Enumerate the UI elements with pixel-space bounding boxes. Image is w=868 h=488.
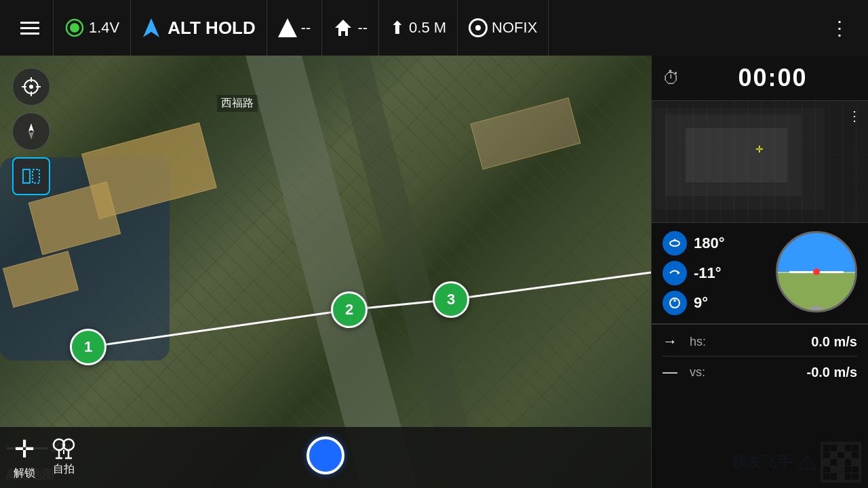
hs-row: → hs: 0.0 m/s [663,333,857,357]
top-bar: 1.4V ALT HOLD -- -- ⬆ 0.5 M NOFIX ⋮ [0,0,868,56]
upload-icon: ⬆ [390,18,405,39]
left-controls [12,68,50,195]
map-background: 西福路 1 2 3 [0,56,651,488]
svg-point-8 [29,85,33,89]
home-indicator: -- [322,0,379,56]
svg-rect-15 [23,169,30,183]
horizon-inner [778,233,855,310]
unlock-label: 解锁 [14,466,35,481]
flight-mode-label: ALT HOLD [167,18,256,39]
selfie-button[interactable]: 自拍 [49,435,79,481]
roll-icon [663,231,687,256]
signal-value: -- [301,19,311,37]
svg-rect-16 [33,169,39,183]
waypoint-3[interactable]: 3 [433,281,469,318]
unlock-button[interactable]: ✛ 解锁 [14,435,35,481]
location-button[interactable] [12,68,50,106]
roll-row: 180° [663,231,768,256]
yaw-value: 9° [694,294,741,312]
horizon-pointer [810,306,823,312]
waypoint-2[interactable]: 2 [331,291,368,328]
attitude-values: 180° -11° 9° [663,231,768,315]
selfie-icon [49,435,79,460]
gps-indicator: NOFIX [458,0,549,56]
svg-marker-2 [143,18,159,37]
waypoint-1[interactable]: 1 [70,329,106,365]
vs-value: -0.0 m/s [807,365,857,380]
attitude-section: 180° -11° 9° [652,223,868,324]
right-panel: ⏱ 00:00 ✛ ⋮ 180° [651,56,868,488]
pitch-value: -11° [694,264,741,282]
hamburger-icon [20,22,39,35]
hs-value: 0.0 m/s [811,334,857,350]
yaw-row: 9° [663,291,768,315]
bottom-controls: ✛ 解锁 自拍 [0,427,651,488]
signal-indicator: -- [267,0,323,56]
altitude-indicator: ⬆ 0.5 M [379,0,458,56]
timer-display: 00:00 [688,64,857,92]
waypoint-1-label: 1 [84,338,92,356]
more-icon: ⋮ [830,17,850,39]
home-icon [333,18,353,38]
center-button[interactable] [307,436,344,474]
yaw-icon [663,291,687,315]
roll-value: 180° [694,235,741,252]
battery-icon [64,18,85,38]
menu-button[interactable] [7,0,54,56]
map-view[interactable]: 西福路 1 2 3 10m 高德地图 [0,56,651,488]
timer-section: ⏱ 00:00 [652,56,868,101]
home-value: -- [357,19,368,37]
action-buttons: ✛ 解锁 自拍 [14,435,79,481]
video-crosshair: ✛ [755,144,764,155]
pitch-row: -11° [663,261,768,285]
split-icon [22,167,41,186]
unlock-icon: ✛ [14,435,35,464]
svg-point-24 [670,241,679,246]
voltage-indicator: 1.4V [54,0,131,56]
svg-marker-25 [673,239,677,241]
waypoint-2-label: 2 [345,301,353,319]
selfie-label: 自拍 [53,462,75,476]
compass-icon [22,122,41,141]
altitude-value: 0.5 M [409,19,446,37]
gps-status: NOFIX [492,19,537,37]
gps-icon [469,18,488,37]
arrow-up-icon [142,17,161,39]
svg-marker-14 [28,131,34,140]
clock-icon: ⏱ [663,68,680,89]
hs-label: hs: [690,335,706,349]
svg-marker-3 [335,20,351,36]
speed-section: → hs: 0.0 m/s — vs: -0.0 m/s [652,325,868,389]
vs-row: — vs: -0.0 m/s [663,363,857,381]
horizon-plane [789,271,844,273]
video-feed[interactable]: ✛ ⋮ [652,101,868,223]
svg-marker-13 [28,123,34,131]
svg-point-1 [70,23,79,33]
more-button[interactable]: ⋮ [819,0,861,56]
waypoint-3-label: 3 [447,291,455,308]
pitch-icon [663,261,687,285]
horizontal-arrow-icon: → [663,333,682,350]
map-label: 西福路 [217,95,258,112]
signal-icon [278,18,297,37]
target-icon [22,77,41,96]
vs-label: vs: [690,365,705,380]
voltage-value: 1.4V [89,19,119,37]
compass-button[interactable] [12,113,50,150]
flight-mode-indicator: ALT HOLD [131,0,267,56]
video-more-icon[interactable]: ⋮ [848,108,861,124]
vertical-arrow-icon: — [663,363,682,381]
horizon-widget [776,231,857,312]
video-noise [652,101,868,222]
split-view-button[interactable] [12,157,50,195]
